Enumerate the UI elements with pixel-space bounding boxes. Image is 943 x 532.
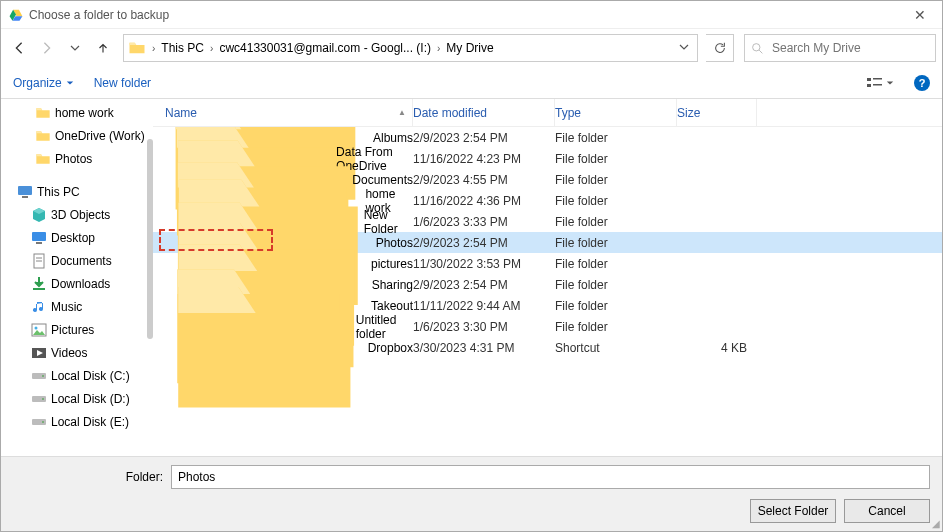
sidebar-item[interactable]: Documents [1,249,153,272]
sidebar-item[interactable]: Downloads [1,272,153,295]
window-title: Choose a folder to backup [29,8,906,22]
close-button[interactable]: ✕ [906,7,934,23]
svg-point-24 [42,398,44,400]
file-type: File folder [555,320,677,334]
file-date: 1/6/2023 3:30 PM [413,320,555,334]
file-type: File folder [555,257,677,271]
file-size: 4 KB [677,341,757,355]
sidebar-item[interactable]: 3D Objects [1,203,153,226]
organize-menu[interactable]: Organize [13,76,74,90]
svg-rect-7 [867,84,871,87]
sidebar-item[interactable]: Local Disk (C:) [1,364,153,387]
sidebar-item[interactable]: home work [1,101,153,124]
file-date: 11/16/2022 4:36 PM [413,194,555,208]
file-type: File folder [555,131,677,145]
file-type: File folder [555,173,677,187]
file-date: 11/16/2022 4:23 PM [413,152,555,166]
help-button[interactable]: ? [914,75,930,91]
address-bar[interactable]: › This PC › cwc41330031@gmail.com - Goog… [123,34,698,62]
svg-rect-10 [22,196,28,198]
sidebar-item[interactable]: Pictures [1,318,153,341]
sidebar-item[interactable]: OneDrive (Work) [1,124,153,147]
navigation-bar: › This PC › cwc41330031@gmail.com - Goog… [1,29,942,67]
svg-rect-16 [33,288,45,290]
breadcrumb-item[interactable]: cwc41330031@gmail.com - Googl... (I:) [215,41,435,55]
column-header-size[interactable]: Size [677,99,757,126]
svg-rect-5 [867,78,871,81]
svg-line-4 [759,50,762,53]
google-drive-icon [9,8,23,22]
file-date: 2/9/2023 4:55 PM [413,173,555,187]
file-date: 2/9/2023 2:54 PM [413,236,555,250]
file-date: 1/6/2023 3:33 PM [413,215,555,229]
file-type: File folder [555,278,677,292]
file-type: File folder [555,299,677,313]
refresh-button[interactable] [706,34,734,62]
file-row[interactable]: Dropbox3/30/2023 4:31 PMShortcut4 KB [153,337,942,358]
search-icon [751,42,764,55]
toolbar: Organize New folder ? [1,67,942,99]
sort-indicator-icon: ▲ [398,108,406,117]
titlebar: Choose a folder to backup ✕ [1,1,942,29]
recent-locations-dropdown[interactable] [63,36,87,60]
select-folder-button[interactable]: Select Folder [750,499,836,523]
search-input[interactable] [770,40,929,56]
breadcrumb-item[interactable]: My Drive [442,41,497,55]
svg-rect-9 [18,186,32,195]
folder-picker-dialog: Choose a folder to backup ✕ › This PC › … [0,0,943,532]
svg-point-22 [42,375,44,377]
new-folder-button[interactable]: New folder [94,76,151,90]
svg-point-3 [753,43,760,50]
sidebar-item[interactable]: Videos [1,341,153,364]
file-name: Dropbox [368,341,413,355]
svg-rect-6 [873,78,882,80]
folder-icon [128,39,146,57]
file-list[interactable]: Albums2/9/2023 2:54 PMFile folderData Fr… [153,127,942,456]
file-type: File folder [555,152,677,166]
column-header-date[interactable]: Date modified [413,99,555,126]
column-headers: Name▲ Date modified Type Size [153,99,942,127]
search-box[interactable] [744,34,936,62]
folder-field-input[interactable] [171,465,930,489]
svg-rect-12 [36,242,42,244]
breadcrumb-item[interactable]: This PC [157,41,208,55]
sidebar-item[interactable]: Local Disk (E:) [1,410,153,433]
file-date: 3/30/2023 4:31 PM [413,341,555,355]
file-type: File folder [555,236,677,250]
file-date: 11/11/2022 9:44 AM [413,299,555,313]
sidebar-item[interactable]: Local Disk (D:) [1,387,153,410]
back-button[interactable] [7,36,31,60]
file-type: Shortcut [555,341,677,355]
file-date: 11/30/2022 3:53 PM [413,257,555,271]
file-list-pane: Name▲ Date modified Type Size Albums2/9/… [153,99,942,456]
sidebar-item[interactable]: Music [1,295,153,318]
file-date: 2/9/2023 2:54 PM [413,131,555,145]
dialog-footer: Folder: Select Folder Cancel [1,456,942,531]
column-header-type[interactable]: Type [555,99,677,126]
main-area: home workOneDrive (Work)PhotosThis PC3D … [1,99,942,456]
cancel-button[interactable]: Cancel [844,499,930,523]
view-options-button[interactable] [866,76,894,90]
svg-rect-11 [32,232,46,241]
file-type: File folder [555,194,677,208]
svg-point-18 [35,326,38,329]
up-button[interactable] [91,36,115,60]
folder-field-label: Folder: [13,470,163,484]
resize-grip-icon[interactable]: ◢ [932,518,940,529]
sidebar-section-thispc[interactable]: This PC [1,180,153,203]
file-date: 2/9/2023 2:54 PM [413,278,555,292]
file-type: File folder [555,215,677,229]
address-dropdown[interactable] [675,41,693,55]
forward-button[interactable] [35,36,59,60]
svg-point-26 [42,421,44,423]
navigation-tree[interactable]: home workOneDrive (Work)PhotosThis PC3D … [1,99,153,456]
sidebar-item[interactable]: Photos [1,147,153,170]
column-header-name[interactable]: Name▲ [153,99,413,126]
sidebar-item[interactable]: Desktop [1,226,153,249]
svg-rect-8 [873,84,882,86]
